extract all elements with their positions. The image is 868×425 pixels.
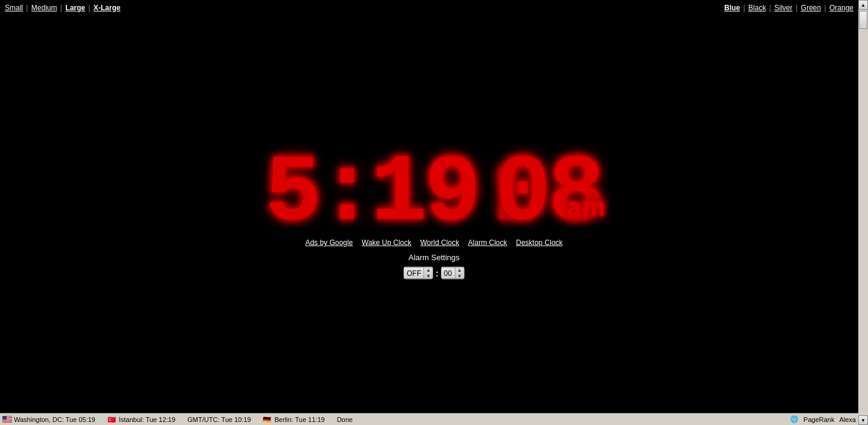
alarm-minute-wrapper: 00051015 20253035 40455055 ▲ ▼ <box>441 267 465 280</box>
alarm-colon: : <box>436 268 439 278</box>
alarm-minute-select[interactable]: 00051015 20253035 40455055 <box>442 267 455 278</box>
color-blue[interactable]: Blue <box>724 4 740 12</box>
pagerank-label: PageRank <box>803 416 834 423</box>
svg-text:am: am <box>567 193 606 221</box>
status-istanbul: 🇹🇷 Istanbul: Tue 12:19 <box>108 416 176 423</box>
alarm-controls: OFF 1234 5678 9101112 ▲ ▼ : 00051015 202… <box>403 267 465 280</box>
alarm-hour-up[interactable]: ▲ <box>424 267 432 273</box>
size-large[interactable]: Large <box>65 4 85 12</box>
status-washington: 🇺🇸 Washington, DC: Tue 05:19 <box>2 416 95 423</box>
flag-us-icon: 🇺🇸 <box>2 416 12 423</box>
color-orange[interactable]: Orange <box>829 4 854 12</box>
alarm-hour-wrapper: OFF 1234 5678 9101112 ▲ ▼ <box>403 267 433 280</box>
globe-icon: 🌐 <box>790 415 799 423</box>
alarm-clock-link[interactable]: Alarm Clock <box>468 238 507 247</box>
alexa-label: Alexa <box>839 416 856 423</box>
status-berlin: 🇩🇪 Berlin: Tue 11:19 <box>263 416 324 423</box>
desktop-clock-link[interactable]: Desktop Clock <box>516 238 562 247</box>
alarm-hour-down[interactable]: ▼ <box>424 273 432 279</box>
alarm-minute-down[interactable]: ▼ <box>455 273 464 279</box>
size-small[interactable]: Small <box>5 4 23 12</box>
alarm-minute-up[interactable]: ▲ <box>455 267 464 273</box>
scrollbar: ▲ ▼ <box>858 0 868 425</box>
size-medium[interactable]: Medium <box>31 4 57 12</box>
svg-text:5:: 5: <box>265 141 373 228</box>
size-links: Small | Medium | Large | X-Large <box>5 4 120 12</box>
size-xlarge[interactable]: X-Large <box>94 4 121 12</box>
color-green[interactable]: Green <box>801 4 821 12</box>
flag-de-icon: 🇩🇪 <box>263 416 272 423</box>
color-silver[interactable]: Silver <box>774 4 792 12</box>
alarm-hour-select[interactable]: OFF 1234 5678 9101112 <box>404 267 423 278</box>
scroll-down-button[interactable]: ▼ <box>858 415 868 425</box>
top-nav: Small | Medium | Large | X-Large Blue | … <box>0 0 858 16</box>
wakeup-clock-link[interactable]: Wake Up Clock <box>362 238 411 247</box>
clock-container: 5: 19: 08 am Ads by Google Wake Up Clock… <box>259 131 609 280</box>
scroll-up-button[interactable]: ▲ <box>858 0 868 10</box>
ads-by-google-link[interactable]: Ads by Google <box>305 238 353 247</box>
color-links: Blue | Black | Silver | Green | Orange <box>724 4 854 12</box>
alarm-section: Alarm Settings OFF 1234 5678 9101112 ▲ ▼… <box>403 253 465 280</box>
status-bar: 🇺🇸 Washington, DC: Tue 05:19 🇹🇷 Istanbul… <box>0 413 858 425</box>
color-black[interactable]: Black <box>748 4 766 12</box>
world-clock-link[interactable]: World Clock <box>420 238 459 247</box>
status-done: Done <box>337 416 353 423</box>
clock-display: 5: 19: 08 am <box>259 131 609 228</box>
clock-links: Ads by Google Wake Up Clock World Clock … <box>305 238 562 247</box>
status-right: 🌐 PageRank Alexa <box>790 415 856 423</box>
alarm-hour-spinner[interactable]: ▲ ▼ <box>423 267 432 279</box>
alarm-title: Alarm Settings <box>408 253 460 262</box>
flag-tr-icon: 🇹🇷 <box>108 416 117 423</box>
alarm-minute-spinner[interactable]: ▲ ▼ <box>455 267 464 279</box>
scroll-thumb[interactable] <box>859 11 867 29</box>
status-gmt: GMT/UTC: Tue 10:19 <box>187 416 251 423</box>
